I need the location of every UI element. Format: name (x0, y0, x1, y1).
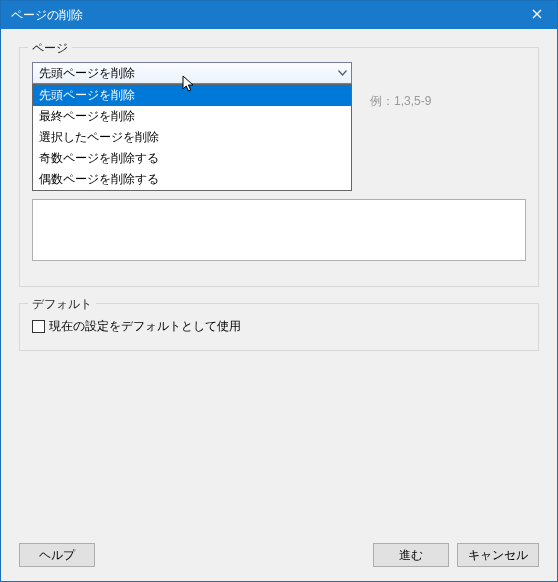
help-button[interactable]: ヘルプ (19, 543, 95, 567)
titlebar: ページの削除 (1, 1, 557, 29)
combo-selected-text: 先頭ページを削除 (39, 65, 135, 82)
combo-wrap: 先頭ページを削除 先頭ページを削除 最終ページを削除 選択したページを削除 奇数… (32, 62, 352, 84)
page-action-combo[interactable]: 先頭ページを削除 (32, 62, 352, 84)
default-group: デフォルト 現在の設定をデフォルトとして使用 (19, 303, 539, 351)
example-hint: 例：1,3,5-9 (370, 93, 431, 110)
dropdown-item[interactable]: 最終ページを削除 (33, 106, 351, 127)
dropdown-item[interactable]: 選択したページを削除 (33, 127, 351, 148)
dropdown-item[interactable]: 偶数ページを削除する (33, 169, 351, 190)
dropdown-item[interactable]: 先頭ページを削除 (33, 85, 351, 106)
use-as-default-checkbox[interactable] (32, 320, 45, 333)
close-icon (532, 8, 542, 22)
page-group: ページ 先頭ページを削除 先頭ページを削除 最終ページを削除 選択した (19, 47, 539, 287)
default-group-label: デフォルト (28, 296, 96, 313)
dialog-title: ページの削除 (11, 7, 517, 24)
proceed-button[interactable]: 進む (373, 543, 449, 567)
footer: ヘルプ 進む キャンセル (1, 543, 557, 567)
page-action-dropdown[interactable]: 先頭ページを削除 最終ページを削除 選択したページを削除 奇数ページを削除する … (32, 84, 352, 191)
dialog-window: ページの削除 ページ 先頭ページを削除 (0, 0, 558, 582)
close-button[interactable] (517, 1, 557, 29)
dropdown-item[interactable]: 奇数ページを削除する (33, 148, 351, 169)
page-group-label: ページ (28, 40, 72, 57)
cancel-button[interactable]: キャンセル (457, 543, 539, 567)
client-area: ページ 先頭ページを削除 先頭ページを削除 最終ページを削除 選択した (1, 29, 557, 581)
doc-info-textarea[interactable] (32, 199, 526, 261)
chevron-down-icon (338, 70, 347, 76)
use-as-default-label: 現在の設定をデフォルトとして使用 (49, 318, 241, 335)
